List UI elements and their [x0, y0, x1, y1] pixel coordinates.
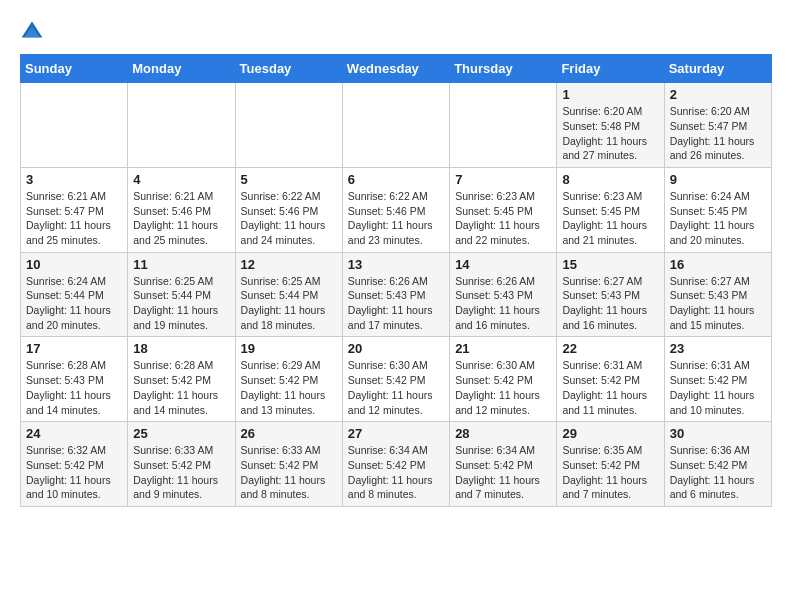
day-number-8: 8 — [562, 172, 658, 187]
day-cell-6: 6Sunrise: 6:22 AM Sunset: 5:46 PM Daylig… — [342, 167, 449, 252]
day-cell-11: 11Sunrise: 6:25 AM Sunset: 5:44 PM Dayli… — [128, 252, 235, 337]
header-saturday: Saturday — [664, 55, 771, 83]
day-info-27: Sunrise: 6:34 AM Sunset: 5:42 PM Dayligh… — [348, 443, 444, 502]
day-info-10: Sunrise: 6:24 AM Sunset: 5:44 PM Dayligh… — [26, 274, 122, 333]
day-number-19: 19 — [241, 341, 337, 356]
logo-icon — [20, 20, 44, 44]
day-info-21: Sunrise: 6:30 AM Sunset: 5:42 PM Dayligh… — [455, 358, 551, 417]
day-cell-21: 21Sunrise: 6:30 AM Sunset: 5:42 PM Dayli… — [450, 337, 557, 422]
day-number-4: 4 — [133, 172, 229, 187]
calendar-table: SundayMondayTuesdayWednesdayThursdayFrid… — [20, 54, 772, 507]
day-cell-27: 27Sunrise: 6:34 AM Sunset: 5:42 PM Dayli… — [342, 422, 449, 507]
day-info-9: Sunrise: 6:24 AM Sunset: 5:45 PM Dayligh… — [670, 189, 766, 248]
day-cell-28: 28Sunrise: 6:34 AM Sunset: 5:42 PM Dayli… — [450, 422, 557, 507]
header-row: SundayMondayTuesdayWednesdayThursdayFrid… — [21, 55, 772, 83]
day-number-27: 27 — [348, 426, 444, 441]
day-info-6: Sunrise: 6:22 AM Sunset: 5:46 PM Dayligh… — [348, 189, 444, 248]
header-friday: Friday — [557, 55, 664, 83]
day-cell-23: 23Sunrise: 6:31 AM Sunset: 5:42 PM Dayli… — [664, 337, 771, 422]
day-number-2: 2 — [670, 87, 766, 102]
week-row-2: 10Sunrise: 6:24 AM Sunset: 5:44 PM Dayli… — [21, 252, 772, 337]
day-cell-3: 3Sunrise: 6:21 AM Sunset: 5:47 PM Daylig… — [21, 167, 128, 252]
day-info-28: Sunrise: 6:34 AM Sunset: 5:42 PM Dayligh… — [455, 443, 551, 502]
header-thursday: Thursday — [450, 55, 557, 83]
header-wednesday: Wednesday — [342, 55, 449, 83]
calendar-header: SundayMondayTuesdayWednesdayThursdayFrid… — [21, 55, 772, 83]
calendar-body: 1Sunrise: 6:20 AM Sunset: 5:48 PM Daylig… — [21, 83, 772, 507]
logo — [20, 20, 48, 44]
day-number-22: 22 — [562, 341, 658, 356]
day-number-23: 23 — [670, 341, 766, 356]
day-number-18: 18 — [133, 341, 229, 356]
day-info-3: Sunrise: 6:21 AM Sunset: 5:47 PM Dayligh… — [26, 189, 122, 248]
empty-cell — [128, 83, 235, 168]
day-cell-29: 29Sunrise: 6:35 AM Sunset: 5:42 PM Dayli… — [557, 422, 664, 507]
week-row-0: 1Sunrise: 6:20 AM Sunset: 5:48 PM Daylig… — [21, 83, 772, 168]
day-info-23: Sunrise: 6:31 AM Sunset: 5:42 PM Dayligh… — [670, 358, 766, 417]
day-cell-8: 8Sunrise: 6:23 AM Sunset: 5:45 PM Daylig… — [557, 167, 664, 252]
day-number-11: 11 — [133, 257, 229, 272]
day-info-26: Sunrise: 6:33 AM Sunset: 5:42 PM Dayligh… — [241, 443, 337, 502]
day-number-29: 29 — [562, 426, 658, 441]
day-info-25: Sunrise: 6:33 AM Sunset: 5:42 PM Dayligh… — [133, 443, 229, 502]
day-info-12: Sunrise: 6:25 AM Sunset: 5:44 PM Dayligh… — [241, 274, 337, 333]
day-info-13: Sunrise: 6:26 AM Sunset: 5:43 PM Dayligh… — [348, 274, 444, 333]
day-number-25: 25 — [133, 426, 229, 441]
day-cell-1: 1Sunrise: 6:20 AM Sunset: 5:48 PM Daylig… — [557, 83, 664, 168]
day-info-19: Sunrise: 6:29 AM Sunset: 5:42 PM Dayligh… — [241, 358, 337, 417]
week-row-4: 24Sunrise: 6:32 AM Sunset: 5:42 PM Dayli… — [21, 422, 772, 507]
week-row-3: 17Sunrise: 6:28 AM Sunset: 5:43 PM Dayli… — [21, 337, 772, 422]
day-cell-4: 4Sunrise: 6:21 AM Sunset: 5:46 PM Daylig… — [128, 167, 235, 252]
day-cell-7: 7Sunrise: 6:23 AM Sunset: 5:45 PM Daylig… — [450, 167, 557, 252]
day-info-8: Sunrise: 6:23 AM Sunset: 5:45 PM Dayligh… — [562, 189, 658, 248]
day-info-20: Sunrise: 6:30 AM Sunset: 5:42 PM Dayligh… — [348, 358, 444, 417]
day-number-9: 9 — [670, 172, 766, 187]
day-info-11: Sunrise: 6:25 AM Sunset: 5:44 PM Dayligh… — [133, 274, 229, 333]
day-number-30: 30 — [670, 426, 766, 441]
day-cell-13: 13Sunrise: 6:26 AM Sunset: 5:43 PM Dayli… — [342, 252, 449, 337]
day-info-14: Sunrise: 6:26 AM Sunset: 5:43 PM Dayligh… — [455, 274, 551, 333]
day-number-12: 12 — [241, 257, 337, 272]
day-number-14: 14 — [455, 257, 551, 272]
day-cell-16: 16Sunrise: 6:27 AM Sunset: 5:43 PM Dayli… — [664, 252, 771, 337]
day-number-7: 7 — [455, 172, 551, 187]
day-cell-17: 17Sunrise: 6:28 AM Sunset: 5:43 PM Dayli… — [21, 337, 128, 422]
day-number-13: 13 — [348, 257, 444, 272]
day-info-22: Sunrise: 6:31 AM Sunset: 5:42 PM Dayligh… — [562, 358, 658, 417]
day-cell-30: 30Sunrise: 6:36 AM Sunset: 5:42 PM Dayli… — [664, 422, 771, 507]
day-info-17: Sunrise: 6:28 AM Sunset: 5:43 PM Dayligh… — [26, 358, 122, 417]
day-cell-24: 24Sunrise: 6:32 AM Sunset: 5:42 PM Dayli… — [21, 422, 128, 507]
day-number-3: 3 — [26, 172, 122, 187]
day-number-28: 28 — [455, 426, 551, 441]
day-cell-20: 20Sunrise: 6:30 AM Sunset: 5:42 PM Dayli… — [342, 337, 449, 422]
day-cell-26: 26Sunrise: 6:33 AM Sunset: 5:42 PM Dayli… — [235, 422, 342, 507]
day-number-5: 5 — [241, 172, 337, 187]
day-cell-19: 19Sunrise: 6:29 AM Sunset: 5:42 PM Dayli… — [235, 337, 342, 422]
day-number-17: 17 — [26, 341, 122, 356]
empty-cell — [235, 83, 342, 168]
empty-cell — [21, 83, 128, 168]
day-info-29: Sunrise: 6:35 AM Sunset: 5:42 PM Dayligh… — [562, 443, 658, 502]
header-sunday: Sunday — [21, 55, 128, 83]
day-number-21: 21 — [455, 341, 551, 356]
day-cell-5: 5Sunrise: 6:22 AM Sunset: 5:46 PM Daylig… — [235, 167, 342, 252]
day-info-15: Sunrise: 6:27 AM Sunset: 5:43 PM Dayligh… — [562, 274, 658, 333]
day-info-5: Sunrise: 6:22 AM Sunset: 5:46 PM Dayligh… — [241, 189, 337, 248]
day-info-1: Sunrise: 6:20 AM Sunset: 5:48 PM Dayligh… — [562, 104, 658, 163]
day-cell-15: 15Sunrise: 6:27 AM Sunset: 5:43 PM Dayli… — [557, 252, 664, 337]
day-cell-25: 25Sunrise: 6:33 AM Sunset: 5:42 PM Dayli… — [128, 422, 235, 507]
day-cell-10: 10Sunrise: 6:24 AM Sunset: 5:44 PM Dayli… — [21, 252, 128, 337]
day-number-6: 6 — [348, 172, 444, 187]
day-info-24: Sunrise: 6:32 AM Sunset: 5:42 PM Dayligh… — [26, 443, 122, 502]
day-number-24: 24 — [26, 426, 122, 441]
day-cell-2: 2Sunrise: 6:20 AM Sunset: 5:47 PM Daylig… — [664, 83, 771, 168]
header-tuesday: Tuesday — [235, 55, 342, 83]
day-info-2: Sunrise: 6:20 AM Sunset: 5:47 PM Dayligh… — [670, 104, 766, 163]
day-number-1: 1 — [562, 87, 658, 102]
day-info-18: Sunrise: 6:28 AM Sunset: 5:42 PM Dayligh… — [133, 358, 229, 417]
day-info-7: Sunrise: 6:23 AM Sunset: 5:45 PM Dayligh… — [455, 189, 551, 248]
day-number-10: 10 — [26, 257, 122, 272]
day-cell-18: 18Sunrise: 6:28 AM Sunset: 5:42 PM Dayli… — [128, 337, 235, 422]
day-info-4: Sunrise: 6:21 AM Sunset: 5:46 PM Dayligh… — [133, 189, 229, 248]
day-cell-14: 14Sunrise: 6:26 AM Sunset: 5:43 PM Dayli… — [450, 252, 557, 337]
